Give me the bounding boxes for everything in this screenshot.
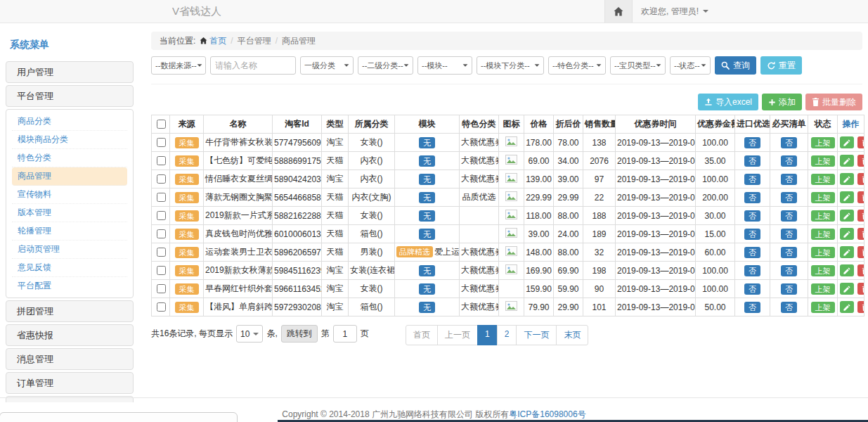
filter-select[interactable]: --特色分类-- [548,56,606,75]
filter-select[interactable]: --模块下分类-- [477,56,544,75]
status-badge[interactable]: 上架 [811,229,835,240]
edit-button[interactable] [840,301,854,313]
import-toggle[interactable]: 否 [744,265,760,276]
filter-select[interactable]: 一级分类 [300,56,354,75]
sidebar-group[interactable]: 平台管理 [6,85,134,107]
filter-select[interactable]: --二级分类-- [358,56,413,75]
status-badge[interactable]: 上架 [811,265,835,276]
edit-button[interactable] [840,264,854,276]
sidebar-subitem[interactable]: 平台配置 [12,277,127,295]
sidebar-subitem[interactable]: 意见反馈 [12,259,127,277]
must-buy-toggle[interactable]: 否 [781,137,797,148]
must-buy-toggle[interactable]: 否 [781,155,797,167]
must-buy-toggle[interactable]: 否 [781,283,797,295]
must-buy-toggle[interactable]: 否 [781,247,797,258]
jump-button[interactable]: 跳转到 [281,325,318,343]
filter-select[interactable]: --状态-- [670,56,711,75]
sidebar-group[interactable]: 消息管理 [6,348,134,370]
sidebar-group[interactable]: 省惠快报 [6,324,134,346]
icp-link[interactable]: 粤ICP备16098006号 [509,409,585,419]
edit-button[interactable] [840,191,854,203]
page-size-select[interactable]: 10 [236,325,263,343]
sidebar-subitem[interactable]: 商品分类 [12,113,127,131]
page-button[interactable]: 下一页 [516,325,557,345]
status-badge[interactable]: 上架 [811,210,835,222]
sidebar-subitem[interactable]: 版本管理 [12,204,127,222]
edit-button[interactable] [840,228,854,240]
delete-button[interactable] [857,173,864,185]
status-badge[interactable]: 上架 [811,247,835,258]
import-toggle[interactable]: 否 [744,302,760,313]
bulk-delete-button[interactable]: 批量删除 [805,94,862,110]
import-toggle[interactable]: 否 [744,210,760,222]
row-checkbox[interactable] [157,138,166,147]
import-toggle[interactable]: 否 [744,247,760,258]
delete-button[interactable] [857,301,864,313]
delete-button[interactable] [857,210,864,222]
row-checkbox[interactable] [157,211,166,220]
must-buy-toggle[interactable]: 否 [781,265,797,276]
row-checkbox[interactable] [157,174,166,184]
page-button[interactable]: 1 [477,325,498,345]
filter-select[interactable]: --宝贝类型-- [610,56,666,75]
must-buy-toggle[interactable]: 否 [781,192,797,203]
page-button[interactable]: 末页 [556,325,588,345]
import-toggle[interactable]: 否 [744,229,760,240]
status-badge[interactable]: 上架 [811,174,835,185]
edit-button[interactable] [840,155,854,167]
import-toggle[interactable]: 否 [744,155,760,167]
delete-button[interactable] [857,228,864,240]
sidebar-subitem[interactable]: 特色分类 [12,149,127,167]
row-checkbox[interactable] [157,229,166,238]
delete-button[interactable] [857,246,864,258]
sidebar-subitem[interactable]: 启动页管理 [12,241,127,259]
delete-button[interactable] [857,155,864,167]
row-checkbox[interactable] [157,193,166,202]
row-checkbox[interactable] [157,266,166,275]
row-checkbox[interactable] [157,284,166,293]
breadcrumb-home-link[interactable]: 首页 [200,32,226,50]
import-excel-button[interactable]: 导入excel [698,94,758,110]
status-badge[interactable]: 上架 [811,137,835,148]
search-button[interactable]: 查询 [715,56,756,75]
must-buy-toggle[interactable]: 否 [781,302,797,313]
home-button[interactable] [604,0,633,23]
status-badge[interactable]: 上架 [811,302,835,313]
status-badge[interactable]: 上架 [811,192,835,203]
delete-button[interactable] [857,191,864,203]
import-toggle[interactable]: 否 [744,192,760,203]
import-toggle[interactable]: 否 [744,283,760,295]
reset-button[interactable]: 重置 [760,56,802,75]
row-checkbox[interactable] [157,156,166,165]
sidebar-group[interactable]: 拼团管理 [6,300,134,322]
filter-select[interactable]: --模块-- [417,56,472,75]
edit-button[interactable] [840,246,854,258]
sidebar-subitem[interactable]: 模块商品分类 [12,131,127,149]
sidebar-group[interactable]: 用户管理 [6,61,134,83]
must-buy-toggle[interactable]: 否 [781,229,797,240]
delete-button[interactable] [857,283,864,295]
import-toggle[interactable]: 否 [744,174,760,185]
sidebar-subitem[interactable]: 轮播管理 [12,222,127,241]
select-all-checkbox[interactable] [157,120,166,129]
sidebar-group[interactable]: 订单管理 [6,372,134,394]
status-badge[interactable]: 上架 [811,155,835,167]
user-menu[interactable]: 欢迎您, 管理员! [633,6,717,18]
must-buy-toggle[interactable]: 否 [781,174,797,185]
status-badge[interactable]: 上架 [811,283,835,295]
name-search-input[interactable] [210,56,296,75]
edit-button[interactable] [840,136,854,148]
edit-button[interactable] [840,283,854,295]
must-buy-toggle[interactable]: 否 [781,210,797,222]
row-checkbox[interactable] [157,302,166,312]
page-button[interactable]: 2 [497,325,517,345]
edit-button[interactable] [840,210,854,222]
filter-select[interactable]: --数据来源-- [151,56,206,75]
jump-page-input[interactable] [333,325,357,343]
row-checkbox[interactable] [157,248,166,257]
delete-button[interactable] [857,136,864,148]
delete-button[interactable] [857,264,864,276]
import-toggle[interactable]: 否 [744,137,760,148]
sidebar-subitem[interactable]: 商品管理 [12,167,127,186]
add-button[interactable]: 添加 [762,94,802,110]
